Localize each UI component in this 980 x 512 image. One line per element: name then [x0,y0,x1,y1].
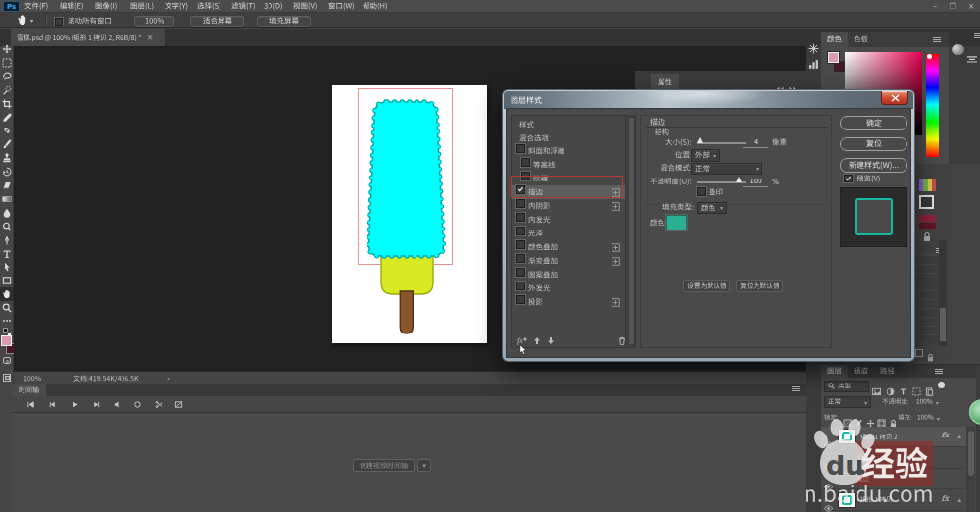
tool-path-select[interactable] [2,262,12,272]
quick-mask-button[interactable] [3,357,11,364]
hue-thumb[interactable] [927,54,932,59]
create-video-timeline-button[interactable] [353,459,415,472]
timeline-first-frame-button[interactable] [24,399,36,410]
style-checkbox[interactable] [516,254,525,263]
tab-layers[interactable] [821,365,848,378]
fill-type-dropdown[interactable]: ▾ [697,202,727,215]
panel-foreground-swatch[interactable] [828,52,839,63]
set-default-button[interactable] [683,280,730,292]
menu-item[interactable] [165,0,188,13]
style-plus-icon[interactable] [612,243,620,252]
fx-collapse-icon[interactable]: ▴ [957,433,961,440]
style-item[interactable] [512,254,625,268]
tool-rectangle[interactable] [2,276,12,285]
tool-pen[interactable] [2,235,12,245]
timeline-next-frame-button[interactable] [90,399,102,410]
tool-healing-brush[interactable] [2,126,12,135]
dock-menu-icon[interactable] [974,33,980,38]
menu-item[interactable] [95,0,117,13]
tool-zoom[interactable] [2,303,12,313]
style-checkbox[interactable] [516,268,525,277]
menu-item[interactable] [60,0,83,13]
timeline-transition-button[interactable] [172,399,184,410]
menu-item[interactable] [328,0,355,13]
timeline-audio-button[interactable] [111,399,122,410]
move-effect-down-icon[interactable] [547,336,555,345]
dialog-title-bar[interactable] [504,91,913,109]
blend-mode-dropdown[interactable]: ▾ [691,163,762,176]
timeline-loop-button[interactable] [131,399,143,410]
timeline-prev-frame-button[interactable] [46,399,58,410]
hand-tool-icon[interactable]: ▾ [17,14,33,26]
tool-dots[interactable] [2,316,12,326]
style-checkbox[interactable] [516,199,525,208]
style-item[interactable] [512,227,625,240]
layer-thumbnail[interactable] [838,492,856,508]
timeline-split-button[interactable] [153,399,165,410]
tool-quick-select[interactable] [2,85,12,95]
style-checkbox[interactable] [516,295,525,304]
timeline-menu-icon[interactable] [792,386,800,391]
blending-options-item[interactable] [519,132,549,144]
style-checkbox[interactable] [516,282,525,290]
layers-menu-icon[interactable] [935,369,943,374]
tool-crop[interactable] [2,99,12,109]
color-panel-menu-icon[interactable] [933,37,941,42]
sliver-scrollbar[interactable] [939,240,947,346]
menu-item[interactable] [24,0,48,13]
dialog-close-button[interactable] [881,91,908,105]
menu-item[interactable] [197,0,221,13]
swatch-maroon[interactable] [919,215,936,222]
opacity-value[interactable]: ▾ [916,396,939,408]
timeline-play-button[interactable] [69,399,80,410]
type-filter-icon[interactable] [899,382,908,391]
ok-button[interactable] [840,116,907,130]
tool-blur[interactable] [2,208,12,218]
style-item[interactable] [512,144,625,158]
tool-move[interactable] [2,44,12,54]
size-input[interactable]: 4 [743,136,768,148]
style-item[interactable] [512,199,625,213]
foreground-color-swatch[interactable] [1,335,12,346]
zoom-100-button[interactable] [134,16,174,27]
tab-channels[interactable] [848,365,874,378]
style-plus-icon[interactable] [612,298,620,307]
adjustment-filter-icon[interactable] [886,382,896,391]
sliver-lock-icon[interactable] [926,348,935,358]
tab-color[interactable] [821,32,848,47]
filter-toggle[interactable] [938,382,945,388]
tool-type[interactable] [2,249,12,259]
style-item[interactable] [512,240,625,254]
screen-mode-button[interactable] [3,374,11,382]
create-timeline-caret[interactable]: ▾ [417,459,431,472]
style-item[interactable] [512,282,625,295]
layer-fx-badge[interactable]: fx [942,431,949,439]
tool-clone-stamp[interactable] [2,153,12,163]
layers-scrollbar[interactable] [966,427,975,512]
layer-thumbnail[interactable] [838,429,856,444]
shape-filter-icon[interactable] [912,382,922,391]
fill-screen-button[interactable] [257,16,311,27]
fit-screen-button[interactable] [190,16,244,27]
tab-swatches[interactable] [848,32,874,47]
tool-brush[interactable] [2,139,12,149]
position-dropdown[interactable]: ▾ [691,149,720,162]
stroke-color-swatch[interactable] [666,215,687,230]
size-slider[interactable] [697,142,746,144]
dock-icon-presets[interactable] [808,58,820,71]
collapse-panels-icon[interactable] [967,48,977,55]
restore-button[interactable]: ❐ [946,0,959,13]
tool-gradient[interactable] [2,194,12,204]
preset-list[interactable] [913,255,939,343]
layer-row[interactable]: fx ▴ [821,427,966,447]
menu-item[interactable] [130,0,154,13]
new-item-icon[interactable] [915,349,923,357]
reset-default-button[interactable] [736,280,783,292]
overprint-checkbox[interactable] [697,187,706,196]
layer-row[interactable]: fx ▴ [821,490,966,511]
tool-eyedropper[interactable] [2,113,12,123]
stroke-color-well[interactable] [919,195,934,209]
new-style-button[interactable] [840,158,907,173]
tab-timeline[interactable] [12,384,46,396]
style-plus-icon[interactable] [612,257,620,266]
